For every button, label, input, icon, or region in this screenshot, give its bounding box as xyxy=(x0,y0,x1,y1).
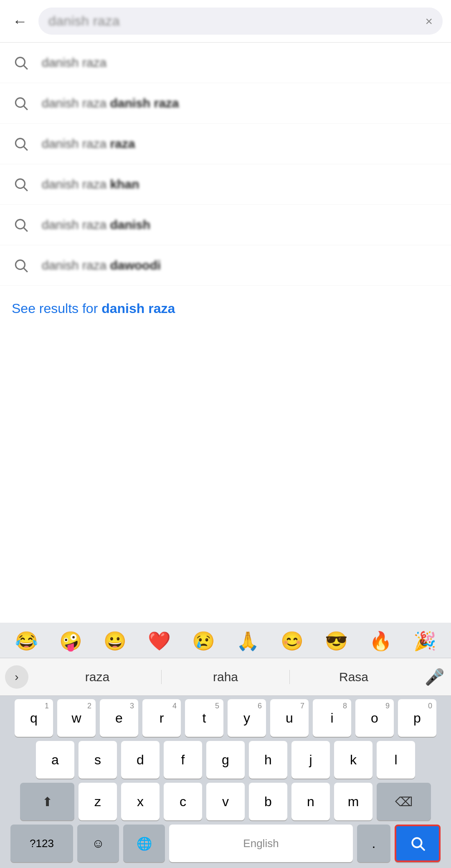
back-button[interactable]: ← xyxy=(8,10,32,33)
suggestion-text: danish raza dawoodi xyxy=(42,258,161,272)
key-e[interactable]: 3e xyxy=(100,699,138,737)
num-hint: 5 xyxy=(215,702,219,710)
emoji-pray[interactable]: 🙏 xyxy=(236,630,259,652)
key-g[interactable]: g xyxy=(206,741,245,779)
key-i[interactable]: 8i xyxy=(313,699,351,737)
search-icon xyxy=(12,135,30,153)
search-icon xyxy=(12,175,30,193)
microphone-button[interactable]: 🎤 xyxy=(418,658,451,696)
word-suggestion-2[interactable]: raha xyxy=(162,670,290,684)
globe-key[interactable]: 🌐 xyxy=(123,825,165,862)
key-d[interactable]: d xyxy=(121,741,160,779)
emoji-wink-tongue[interactable]: 🤪 xyxy=(59,630,82,652)
list-item[interactable]: danish raza raza xyxy=(0,124,451,164)
key-x[interactable]: x xyxy=(121,783,160,820)
key-c[interactable]: c xyxy=(164,783,202,820)
backspace-icon: ⌫ xyxy=(395,794,413,809)
num-hint: 6 xyxy=(258,702,262,710)
key-p[interactable]: 0p xyxy=(398,699,436,737)
emoji-crying[interactable]: 😢 xyxy=(192,630,215,652)
list-item[interactable]: danish raza khan xyxy=(0,164,451,205)
svg-line-5 xyxy=(24,147,28,150)
see-results-query: danish raza xyxy=(101,301,175,316)
key-v[interactable]: v xyxy=(206,783,245,820)
svg-line-9 xyxy=(24,228,28,232)
shift-icon: ⬆ xyxy=(42,794,53,809)
word-suggestion-1[interactable]: raza xyxy=(33,670,162,684)
num-hint: 3 xyxy=(130,702,134,710)
search-icon xyxy=(12,94,30,112)
key-y[interactable]: 6y xyxy=(228,699,266,737)
suggestion-text: danish raza xyxy=(42,56,106,70)
list-item[interactable]: danish raza danish raza xyxy=(0,83,451,124)
spacebar[interactable]: English xyxy=(169,825,353,862)
key-row-2: a s d f g h j k l xyxy=(2,741,449,779)
search-icon xyxy=(12,216,30,234)
svg-line-7 xyxy=(24,187,28,191)
emoji-heart[interactable]: ❤️ xyxy=(148,630,171,652)
svg-line-3 xyxy=(24,106,28,110)
shift-button[interactable]: ⬆ xyxy=(20,783,74,820)
svg-point-6 xyxy=(15,179,25,188)
num-hint: 4 xyxy=(172,702,177,710)
svg-point-0 xyxy=(15,57,25,66)
suggestion-text: danish raza raza xyxy=(42,137,135,151)
emoji-sunglasses[interactable]: 😎 xyxy=(325,630,348,652)
key-r[interactable]: 4r xyxy=(142,699,181,737)
key-m[interactable]: m xyxy=(334,783,372,820)
key-a[interactable]: a xyxy=(36,741,74,779)
key-k[interactable]: k xyxy=(334,741,372,779)
expand-arrow-icon: › xyxy=(5,665,28,689)
key-f[interactable]: f xyxy=(164,741,202,779)
suggestion-text: danish raza khan xyxy=(42,177,139,191)
key-n[interactable]: n xyxy=(291,783,330,820)
emoji-laughing[interactable]: 😂 xyxy=(15,630,38,652)
list-item[interactable]: danish raza dawoodi xyxy=(0,245,451,286)
key-q[interactable]: 1q xyxy=(15,699,53,737)
svg-point-8 xyxy=(15,219,25,229)
emoji-fire[interactable]: 🔥 xyxy=(369,630,392,652)
emoji-smile[interactable]: 😊 xyxy=(281,630,304,652)
suggestions-list: danish raza danish raza danish raza dani… xyxy=(0,43,451,286)
num-hint: 8 xyxy=(343,702,347,710)
emoji-grin[interactable]: 😀 xyxy=(104,630,127,652)
period-key[interactable]: . xyxy=(357,825,390,862)
symbol-key[interactable]: ?123 xyxy=(10,825,73,862)
emoji-row: 😂 🤪 😀 ❤️ 😢 🙏 😊 😎 🔥 🎉 xyxy=(0,623,451,658)
num-hint: 7 xyxy=(300,702,304,710)
key-o[interactable]: 9o xyxy=(355,699,394,737)
search-header: ← danish raza × xyxy=(0,0,451,43)
word-suggestion-3[interactable]: Rasa xyxy=(290,670,418,684)
key-j[interactable]: j xyxy=(291,741,330,779)
key-row-1: 1q 2w 3e 4r 5t 6y 7u 8i 9o 0p xyxy=(2,699,449,737)
num-hint: 2 xyxy=(87,702,91,710)
microphone-icon: 🎤 xyxy=(425,668,444,686)
list-item[interactable]: danish raza danish xyxy=(0,205,451,245)
emoji-key[interactable]: ☺ xyxy=(77,825,119,862)
key-z[interactable]: z xyxy=(79,783,117,820)
key-w[interactable]: 2w xyxy=(57,699,96,737)
word-suggestions-list: raza raha Rasa xyxy=(33,670,418,684)
emoji-keyboard-icon: ☺ xyxy=(92,836,105,850)
key-h[interactable]: h xyxy=(249,741,287,779)
search-input-container[interactable]: danish raza × xyxy=(38,8,443,35)
suggestions-expand-button[interactable]: › xyxy=(0,658,33,696)
list-item[interactable]: danish raza xyxy=(0,43,451,83)
svg-line-11 xyxy=(24,268,28,272)
see-results-link[interactable]: See results for danish raza xyxy=(0,286,451,331)
suggestion-text: danish raza danish raza xyxy=(42,96,179,110)
key-u[interactable]: 7u xyxy=(270,699,309,737)
backspace-button[interactable]: ⌫ xyxy=(377,783,431,820)
search-key[interactable] xyxy=(395,825,441,862)
suggestion-text: danish raza danish xyxy=(42,218,150,232)
key-l[interactable]: l xyxy=(377,741,415,779)
key-b[interactable]: b xyxy=(249,783,287,820)
key-t[interactable]: 5t xyxy=(185,699,223,737)
emoji-party[interactable]: 🎉 xyxy=(413,630,436,652)
clear-button[interactable]: × xyxy=(425,14,433,28)
key-s[interactable]: s xyxy=(79,741,117,779)
num-hint: 9 xyxy=(385,702,390,710)
svg-line-13 xyxy=(421,846,424,850)
search-input[interactable]: danish raza xyxy=(48,13,420,29)
search-key-icon xyxy=(410,835,426,851)
